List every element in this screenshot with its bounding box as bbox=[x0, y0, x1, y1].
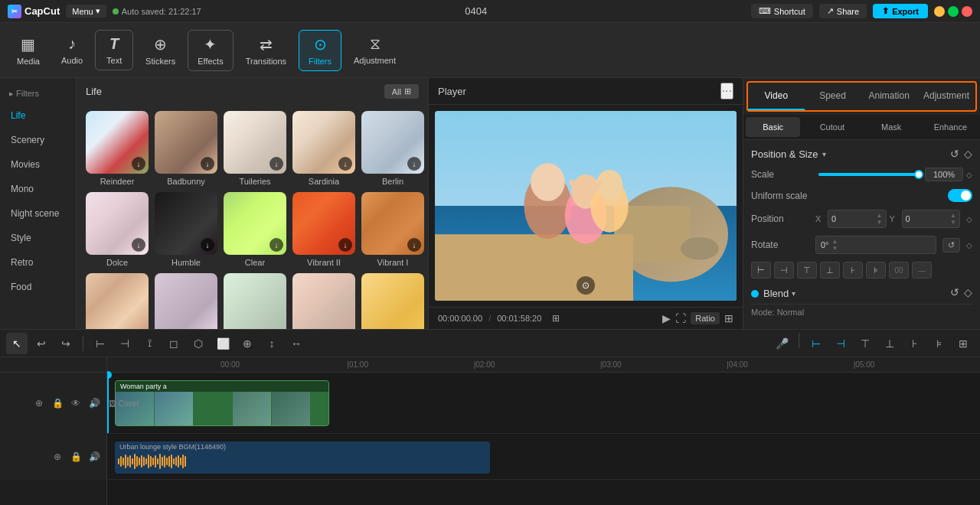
sub-tab-enhance[interactable]: Enhance bbox=[923, 117, 978, 137]
filter-item-dolce[interactable]: ↓ Dolce bbox=[86, 192, 149, 267]
filter-download-berlin[interactable]: ↓ bbox=[407, 157, 421, 171]
all-filter-button[interactable]: All ⊞ bbox=[384, 84, 419, 99]
align-right-button[interactable]: ⊤ bbox=[797, 262, 817, 279]
scale-value[interactable]: 100% bbox=[925, 168, 963, 181]
filter-download-clear[interactable]: ↓ bbox=[270, 238, 283, 252]
audio-track-lock[interactable]: 🔒 bbox=[68, 449, 83, 464]
track-add-button[interactable]: ⊕ bbox=[31, 396, 47, 411]
sidebar-item-style[interactable]: Style bbox=[3, 226, 73, 249]
tab-animation[interactable]: Animation bbox=[861, 83, 917, 110]
filter-item-clear[interactable]: ↓ Clear bbox=[224, 192, 286, 267]
sidebar-item-life[interactable]: Life bbox=[3, 104, 73, 127]
export-button[interactable]: ⬆ Export bbox=[873, 4, 928, 18]
align-top-button[interactable]: ⊥ bbox=[820, 262, 840, 279]
filter-download-tuileries[interactable]: ↓ bbox=[270, 157, 283, 171]
tab-video[interactable]: Video bbox=[748, 83, 805, 110]
filter-item-reindeer[interactable]: ↓ Reindeer bbox=[86, 111, 149, 186]
toolbar-stickers[interactable]: ⊕ Stickers bbox=[136, 31, 185, 70]
filter-item-row3-5[interactable] bbox=[361, 273, 424, 329]
position-y-input[interactable]: 0 ▲▼ bbox=[902, 210, 961, 228]
sidebar-item-mono[interactable]: Mono bbox=[3, 178, 73, 200]
delete-button[interactable]: ⊣ bbox=[114, 333, 136, 354]
filter-item-berlin[interactable]: ↓ Berlin bbox=[361, 111, 424, 186]
sub-tab-basic[interactable]: Basic bbox=[746, 117, 800, 137]
align-bottom-button[interactable]: ⊧ bbox=[866, 262, 886, 279]
shape-button[interactable]: ⬡ bbox=[188, 333, 209, 354]
tab-speed[interactable]: Speed bbox=[805, 83, 861, 110]
sub-tab-mask[interactable]: Mask bbox=[864, 117, 919, 137]
audio-track-add[interactable]: ⊕ bbox=[50, 449, 65, 464]
flip-v-button[interactable]: ↕ bbox=[261, 333, 283, 354]
ripple-button[interactable]: ⊥ bbox=[879, 333, 900, 354]
toolbar-effects[interactable]: ✦ Effects bbox=[188, 30, 233, 71]
align-left-button[interactable]: ⊢ bbox=[751, 262, 771, 279]
filter-item-row3-2[interactable] bbox=[155, 273, 217, 329]
trim-in-button[interactable]: ⊢ bbox=[805, 333, 827, 354]
sidebar-item-scenery[interactable]: Scenery bbox=[3, 129, 73, 152]
sidebar-item-retro[interactable]: Retro bbox=[3, 251, 73, 274]
align-num1[interactable]: 00 bbox=[889, 262, 909, 279]
share-button[interactable]: ↗ Share bbox=[819, 4, 867, 18]
play-button[interactable]: ▶ bbox=[662, 312, 671, 324]
window-maximize[interactable] bbox=[948, 6, 959, 17]
align-center-h-button[interactable]: ⊣ bbox=[774, 262, 794, 279]
tab-adjustment[interactable]: Adjustment bbox=[917, 83, 975, 110]
toolbar-audio[interactable]: ♪ Audio bbox=[52, 31, 92, 70]
sidebar-item-night-scene[interactable]: Night scene bbox=[3, 202, 73, 225]
reset-position-button[interactable]: ↺ bbox=[950, 148, 959, 160]
rotate-input[interactable]: 0° ▲▼ bbox=[815, 236, 936, 254]
shortcut-button[interactable]: ⌨ Shortcut bbox=[751, 4, 813, 18]
toolbar-adjustment[interactable]: ⧖ Adjustment bbox=[345, 31, 405, 70]
filter-download-dolce[interactable]: ↓ bbox=[132, 238, 145, 252]
track-lock-button[interactable]: 🔒 bbox=[50, 396, 65, 411]
filter-item-vibrantii[interactable]: ↓ Vibrant II bbox=[292, 192, 355, 267]
scale-slider[interactable] bbox=[818, 173, 919, 176]
video-clip[interactable]: Woman party a bbox=[115, 380, 329, 426]
insert-button[interactable]: ⊦ bbox=[903, 333, 925, 354]
position-keyframe[interactable]: ◇ bbox=[966, 215, 972, 223]
flip-h-button[interactable]: ↔ bbox=[286, 333, 307, 354]
filter-download-humble[interactable]: ↓ bbox=[201, 238, 214, 252]
add-button[interactable]: ⊕ bbox=[237, 333, 258, 354]
menu-button[interactable]: Menu ▾ bbox=[66, 5, 106, 18]
sidebar-item-movies[interactable]: Movies bbox=[3, 153, 73, 176]
layer-button[interactable]: ⬜ bbox=[212, 333, 234, 354]
filter-download-sardinia[interactable]: ↓ bbox=[338, 157, 352, 171]
toolbar-filters[interactable]: ⊙ Filters bbox=[299, 30, 341, 71]
window-close[interactable] bbox=[962, 6, 972, 17]
filter-download-vibranti[interactable]: ↓ bbox=[407, 238, 421, 252]
scale-thumb[interactable] bbox=[914, 170, 923, 179]
filter-download-reindeer[interactable]: ↓ bbox=[132, 157, 145, 171]
filter-item-tuileries[interactable]: ↓ Tuileries bbox=[224, 111, 286, 186]
zoom-fit-tl-button[interactable]: ⊞ bbox=[952, 333, 974, 354]
audio-clip[interactable]: Urban lounge style BGM(1148490) bbox=[115, 441, 490, 474]
track-visible-button[interactable]: 👁 bbox=[68, 396, 83, 411]
mic-button[interactable]: 🎤 bbox=[771, 333, 792, 354]
split-button[interactable]: ⊢ bbox=[90, 333, 111, 354]
filter-item-vibranti[interactable]: ↓ Vibrant I bbox=[361, 192, 424, 267]
filter-item-badbunny[interactable]: ↓ Badbunny bbox=[155, 111, 217, 186]
track-audio-button[interactable]: 🔊 bbox=[87, 396, 102, 411]
trim-out-button[interactable]: ⊣ bbox=[830, 333, 851, 354]
crop-button[interactable]: ⟟ bbox=[139, 333, 160, 354]
zoom-fit-button[interactable]: ⊞ bbox=[724, 312, 733, 324]
fullscreen-button[interactable]: ⛶ bbox=[675, 312, 686, 324]
redo-button[interactable]: ↪ bbox=[55, 333, 77, 354]
filter-item-row3-4[interactable] bbox=[292, 273, 355, 329]
filter-item-row3-1[interactable] bbox=[86, 273, 149, 329]
filter-item-humble[interactable]: ↓ Humble bbox=[155, 192, 217, 267]
rotate-keyframe[interactable]: ◇ bbox=[966, 241, 972, 249]
freeze-button[interactable]: ◻ bbox=[163, 333, 185, 354]
ratio-button[interactable]: Ratio bbox=[691, 312, 720, 324]
keyframe-position-button[interactable]: ◇ bbox=[964, 148, 972, 160]
rotate-counter-button[interactable]: ↺ bbox=[942, 238, 960, 252]
reset-blend-button[interactable]: ↺ bbox=[950, 286, 959, 298]
toolbar-transitions[interactable]: ⇄ Transitions bbox=[237, 31, 296, 70]
filter-item-sardinia[interactable]: ↓ Sardinia bbox=[292, 111, 355, 186]
align-num2[interactable]: — bbox=[912, 262, 932, 279]
sidebar-item-food[interactable]: Food bbox=[3, 275, 73, 298]
filter-item-row3-3[interactable] bbox=[224, 273, 286, 329]
audio-track-mute[interactable]: 🔊 bbox=[87, 449, 102, 464]
select-tool[interactable]: ↖ bbox=[6, 333, 28, 354]
undo-button[interactable]: ↩ bbox=[31, 333, 52, 354]
